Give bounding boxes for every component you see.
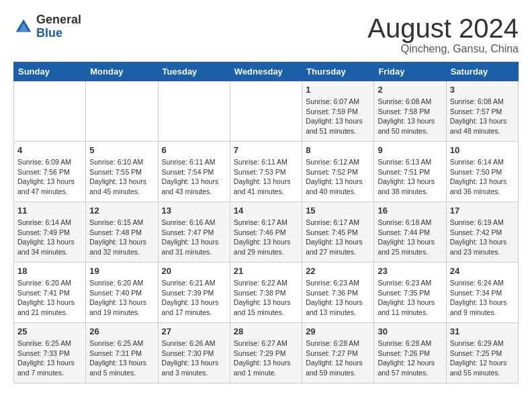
day-info: Sunrise: 6:10 AM Sunset: 7:55 PM Dayligh…: [89, 157, 154, 197]
calendar-cell: 7Sunrise: 6:11 AM Sunset: 7:53 PM Daylig…: [230, 142, 302, 202]
day-number: 16: [378, 205, 442, 216]
day-number: 29: [306, 326, 370, 336]
weekday-header-saturday: Saturday: [446, 62, 518, 81]
day-number: 27: [162, 326, 226, 336]
logo: General Blue: [13, 13, 81, 40]
day-number: 13: [162, 205, 226, 216]
day-info: Sunrise: 6:09 AM Sunset: 7:56 PM Dayligh…: [17, 157, 82, 197]
calendar-cell: 30Sunrise: 6:28 AM Sunset: 7:26 PM Dayli…: [374, 323, 446, 383]
day-info: Sunrise: 6:27 AM Sunset: 7:29 PM Dayligh…: [234, 338, 298, 378]
calendar-cell: 18Sunrise: 6:20 AM Sunset: 7:41 PM Dayli…: [14, 263, 86, 323]
day-info: Sunrise: 6:17 AM Sunset: 7:45 PM Dayligh…: [306, 218, 370, 257]
day-info: Sunrise: 6:08 AM Sunset: 7:57 PM Dayligh…: [450, 97, 515, 136]
calendar-cell: 25Sunrise: 6:25 AM Sunset: 7:33 PM Dayli…: [14, 323, 86, 383]
day-number: 25: [17, 326, 82, 336]
month-title: August 2024: [367, 13, 519, 43]
calendar-cell: 1Sunrise: 6:07 AM Sunset: 7:59 PM Daylig…: [302, 81, 374, 142]
day-number: 18: [17, 266, 82, 276]
calendar-cell: 29Sunrise: 6:28 AM Sunset: 7:27 PM Dayli…: [302, 323, 374, 383]
day-info: Sunrise: 6:08 AM Sunset: 7:58 PM Dayligh…: [378, 97, 442, 136]
day-number: 22: [306, 266, 370, 276]
day-number: 4: [17, 145, 82, 155]
calendar-cell: 5Sunrise: 6:10 AM Sunset: 7:55 PM Daylig…: [86, 142, 158, 202]
logo-blue-text: Blue: [36, 27, 81, 40]
calendar-cell: 27Sunrise: 6:26 AM Sunset: 7:30 PM Dayli…: [158, 323, 230, 383]
weekday-header-wednesday: Wednesday: [230, 62, 302, 81]
day-info: Sunrise: 6:11 AM Sunset: 7:54 PM Dayligh…: [162, 157, 226, 197]
day-number: 8: [306, 145, 370, 155]
calendar-cell: 8Sunrise: 6:12 AM Sunset: 7:52 PM Daylig…: [302, 142, 374, 202]
weekday-header-monday: Monday: [86, 62, 158, 81]
day-info: Sunrise: 6:17 AM Sunset: 7:46 PM Dayligh…: [234, 218, 298, 257]
title-block: August 2024 Qincheng, Gansu, China: [367, 13, 519, 55]
calendar-cell: 20Sunrise: 6:21 AM Sunset: 7:39 PM Dayli…: [158, 263, 230, 323]
day-number: 24: [450, 266, 515, 276]
calendar-cell: 6Sunrise: 6:11 AM Sunset: 7:54 PM Daylig…: [158, 142, 230, 202]
day-info: Sunrise: 6:26 AM Sunset: 7:30 PM Dayligh…: [162, 338, 226, 378]
weekday-header-friday: Friday: [374, 62, 446, 81]
location: Qincheng, Gansu, China: [367, 43, 519, 55]
day-number: 2: [378, 85, 442, 95]
day-info: Sunrise: 6:21 AM Sunset: 7:39 PM Dayligh…: [162, 278, 226, 318]
day-info: Sunrise: 6:29 AM Sunset: 7:25 PM Dayligh…: [450, 338, 515, 378]
calendar-cell: [14, 81, 86, 142]
day-number: 17: [450, 205, 515, 216]
day-number: 6: [162, 145, 226, 155]
day-number: 15: [306, 205, 370, 216]
calendar-cell: 14Sunrise: 6:17 AM Sunset: 7:46 PM Dayli…: [230, 202, 302, 263]
calendar-cell: [86, 81, 158, 142]
day-number: 3: [450, 85, 515, 95]
day-number: 10: [450, 145, 515, 155]
day-info: Sunrise: 6:25 AM Sunset: 7:33 PM Dayligh…: [17, 338, 82, 378]
calendar-cell: [230, 81, 302, 142]
day-info: Sunrise: 6:19 AM Sunset: 7:42 PM Dayligh…: [450, 218, 515, 257]
calendar-week-row: 4Sunrise: 6:09 AM Sunset: 7:56 PM Daylig…: [14, 142, 519, 202]
calendar-cell: 19Sunrise: 6:20 AM Sunset: 7:40 PM Dayli…: [86, 263, 158, 323]
day-info: Sunrise: 6:23 AM Sunset: 7:36 PM Dayligh…: [306, 278, 370, 318]
day-number: 9: [378, 145, 442, 155]
day-info: Sunrise: 6:11 AM Sunset: 7:53 PM Dayligh…: [234, 157, 298, 197]
day-info: Sunrise: 6:14 AM Sunset: 7:50 PM Dayligh…: [450, 157, 515, 197]
logo-text: General Blue: [36, 13, 81, 40]
day-info: Sunrise: 6:14 AM Sunset: 7:49 PM Dayligh…: [17, 218, 82, 257]
day-info: Sunrise: 6:18 AM Sunset: 7:44 PM Dayligh…: [378, 218, 442, 257]
day-number: 28: [234, 326, 298, 336]
day-number: 14: [234, 205, 298, 216]
calendar-cell: 2Sunrise: 6:08 AM Sunset: 7:58 PM Daylig…: [374, 81, 446, 142]
day-info: Sunrise: 6:16 AM Sunset: 7:47 PM Dayligh…: [162, 218, 226, 257]
day-info: Sunrise: 6:07 AM Sunset: 7:59 PM Dayligh…: [306, 97, 370, 136]
day-info: Sunrise: 6:28 AM Sunset: 7:26 PM Dayligh…: [378, 338, 442, 378]
weekday-header-row: SundayMondayTuesdayWednesdayThursdayFrid…: [14, 62, 519, 81]
calendar-cell: 26Sunrise: 6:25 AM Sunset: 7:31 PM Dayli…: [86, 323, 158, 383]
day-info: Sunrise: 6:23 AM Sunset: 7:35 PM Dayligh…: [378, 278, 442, 318]
day-number: 23: [378, 266, 442, 276]
logo-icon: [13, 17, 34, 37]
calendar-week-row: 18Sunrise: 6:20 AM Sunset: 7:41 PM Dayli…: [14, 263, 519, 323]
day-number: 12: [89, 205, 154, 216]
weekday-header-thursday: Thursday: [302, 62, 374, 81]
day-number: 19: [89, 266, 154, 276]
calendar-cell: 10Sunrise: 6:14 AM Sunset: 7:50 PM Dayli…: [446, 142, 518, 202]
calendar-cell: 28Sunrise: 6:27 AM Sunset: 7:29 PM Dayli…: [230, 323, 302, 383]
calendar-cell: 3Sunrise: 6:08 AM Sunset: 7:57 PM Daylig…: [446, 81, 518, 142]
calendar-cell: 9Sunrise: 6:13 AM Sunset: 7:51 PM Daylig…: [374, 142, 446, 202]
day-number: 1: [306, 85, 370, 95]
weekday-header-tuesday: Tuesday: [158, 62, 230, 81]
day-info: Sunrise: 6:12 AM Sunset: 7:52 PM Dayligh…: [306, 157, 370, 197]
calendar-cell: 12Sunrise: 6:15 AM Sunset: 7:48 PM Dayli…: [86, 202, 158, 263]
logo-general: General: [36, 13, 81, 27]
day-number: 21: [234, 266, 298, 276]
calendar-cell: 17Sunrise: 6:19 AM Sunset: 7:42 PM Dayli…: [446, 202, 518, 263]
weekday-header-sunday: Sunday: [14, 62, 86, 81]
calendar-cell: 4Sunrise: 6:09 AM Sunset: 7:56 PM Daylig…: [14, 142, 86, 202]
day-number: 11: [17, 205, 82, 216]
page-header: General Blue August 2024 Qincheng, Gansu…: [13, 13, 519, 55]
calendar-cell: 16Sunrise: 6:18 AM Sunset: 7:44 PM Dayli…: [374, 202, 446, 263]
calendar-cell: 15Sunrise: 6:17 AM Sunset: 7:45 PM Dayli…: [302, 202, 374, 263]
day-number: 26: [89, 326, 154, 336]
day-info: Sunrise: 6:22 AM Sunset: 7:38 PM Dayligh…: [234, 278, 298, 318]
day-info: Sunrise: 6:24 AM Sunset: 7:34 PM Dayligh…: [450, 278, 515, 318]
day-info: Sunrise: 6:25 AM Sunset: 7:31 PM Dayligh…: [89, 338, 154, 378]
day-number: 5: [89, 145, 154, 155]
calendar-cell: 13Sunrise: 6:16 AM Sunset: 7:47 PM Dayli…: [158, 202, 230, 263]
